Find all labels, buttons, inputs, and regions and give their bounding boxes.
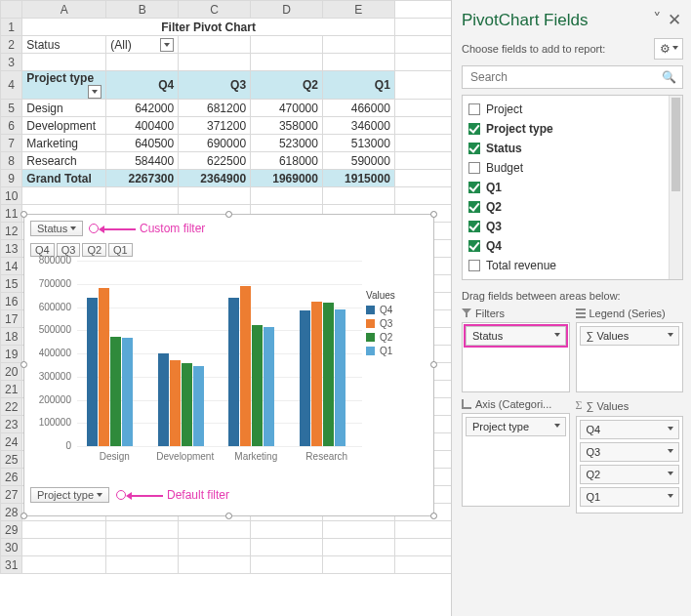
legend-area[interactable]: ∑ Values <box>576 322 684 392</box>
values-area[interactable]: Q4Q3Q2Q1 <box>576 416 684 513</box>
table-cell: 618000 <box>251 152 323 170</box>
table-cell: 513000 <box>322 135 394 152</box>
area-field-pill[interactable]: Project type <box>466 417 566 436</box>
legend-item: Q3 <box>366 318 421 329</box>
chart-projecttype-filter-button[interactable]: Project type <box>30 487 109 503</box>
field-list-item[interactable]: Budget <box>465 158 680 178</box>
checkbox[interactable] <box>468 123 480 135</box>
table-cell: 640500 <box>106 135 179 152</box>
callout-text: Custom filter <box>140 222 205 235</box>
chart-bar <box>158 353 169 446</box>
table-row-label: Development <box>22 117 106 135</box>
close-icon[interactable]: ✕ <box>666 10 683 30</box>
area-field-pill[interactable]: Status <box>466 326 566 346</box>
x-category-label: Design <box>79 451 150 462</box>
chart-bar <box>99 288 109 446</box>
checkbox[interactable] <box>468 143 480 154</box>
table-cell: 681200 <box>179 100 251 117</box>
table-cell: 371200 <box>179 117 251 135</box>
filters-area[interactable]: Status <box>462 322 570 392</box>
area-field-pill[interactable]: ∑ Values <box>580 326 680 346</box>
chart-bar <box>240 286 251 446</box>
pivot-chart[interactable]: Status Custom filter Q4Q3Q2Q1 0100000200… <box>23 214 434 516</box>
chart-bar <box>110 337 121 446</box>
col-header[interactable]: D <box>251 1 323 19</box>
col-header[interactable]: E <box>322 1 394 19</box>
x-category-label: Development <box>150 451 222 462</box>
field-list-item[interactable]: Q2 <box>465 197 680 217</box>
chart-status-filter-button[interactable]: Status <box>30 221 83 236</box>
scrollbar[interactable] <box>669 96 682 279</box>
area-field-pill[interactable]: Q1 <box>580 487 680 507</box>
table-cell: 400400 <box>106 117 179 135</box>
field-list-item[interactable]: Project type <box>465 119 680 139</box>
field-list-item[interactable]: Q4 <box>465 236 680 256</box>
callout-arrow <box>128 495 163 497</box>
table-row-label: Marketing <box>22 135 106 152</box>
chart-bar <box>252 325 263 446</box>
field-list-item[interactable]: Q1 <box>465 178 680 197</box>
pivot-header: Q1 <box>322 71 394 100</box>
table-cell: 523000 <box>251 135 323 152</box>
field-list-item[interactable]: Status <box>465 139 680 158</box>
table-cell: 470000 <box>251 100 323 117</box>
chart-bar <box>228 298 239 446</box>
legend-item: Q1 <box>366 346 421 356</box>
checkbox[interactable] <box>468 221 480 232</box>
checkbox[interactable] <box>468 162 480 174</box>
table-cell: 358000 <box>251 117 323 135</box>
checkbox[interactable] <box>468 240 480 252</box>
gear-button[interactable]: ⚙ <box>654 38 683 60</box>
pivot-title: Filter Pivot Chart <box>22 19 394 36</box>
field-list[interactable]: ProjectProject typeStatusBudgetQ1Q2Q3Q4T… <box>462 95 683 280</box>
area-field-pill[interactable]: Q2 <box>580 465 680 484</box>
field-list-item[interactable]: Q3 <box>465 217 680 236</box>
area-field-pill[interactable]: Q4 <box>580 420 680 439</box>
pane-title: PivotChart Fields <box>462 11 588 30</box>
col-header[interactable]: B <box>106 1 179 19</box>
callout-arrow <box>101 228 136 230</box>
search-icon: 🔍 <box>662 70 676 84</box>
chart-bar <box>300 310 310 446</box>
checkbox[interactable] <box>468 103 480 115</box>
legend-item: Q2 <box>366 332 421 343</box>
dropdown-icon[interactable] <box>88 85 102 99</box>
chart-bar <box>264 327 274 446</box>
chart-series-button[interactable]: Q2 <box>82 243 106 257</box>
filter-icon <box>462 308 471 319</box>
chevron-down-icon[interactable]: ˅ <box>648 10 666 30</box>
status-filter-value[interactable]: (All) <box>106 36 179 54</box>
checkbox[interactable] <box>468 182 480 193</box>
chart-bar <box>122 338 133 446</box>
col-header[interactable]: A <box>22 1 106 19</box>
field-list-item[interactable]: Total revenue <box>465 256 680 275</box>
callout-text: Default filter <box>167 488 229 502</box>
table-cell: 642000 <box>106 100 179 117</box>
axis-icon <box>462 399 471 409</box>
checkbox[interactable] <box>468 201 480 213</box>
table-row-label: Design <box>22 100 106 117</box>
area-field-pill[interactable]: Q3 <box>580 442 680 462</box>
pivot-header[interactable]: Project type <box>22 71 106 100</box>
chart-bar <box>323 303 334 446</box>
field-list-item[interactable]: Project <box>465 100 680 119</box>
checkbox[interactable] <box>468 260 480 271</box>
pivot-header: Q4 <box>106 71 179 100</box>
table-cell: 346000 <box>322 117 394 135</box>
axis-area[interactable]: Project type <box>462 413 570 507</box>
search-input[interactable] <box>468 69 662 85</box>
chart-bar <box>170 360 181 446</box>
sigma-icon: Σ <box>576 398 583 413</box>
field-search[interactable]: 🔍 <box>462 65 683 89</box>
chart-bar <box>311 302 322 446</box>
col-header[interactable]: C <box>179 1 251 19</box>
chart-series-button[interactable]: Q1 <box>108 243 133 257</box>
pivot-header: Q3 <box>179 71 251 100</box>
table-cell: 622500 <box>179 152 251 170</box>
legend-item: Q4 <box>366 305 421 315</box>
table-cell: 690000 <box>179 135 251 152</box>
grand-total-label: Grand Total <box>22 170 106 187</box>
chart-bar <box>193 366 204 446</box>
table-cell: 584400 <box>106 152 179 170</box>
dropdown-icon[interactable] <box>160 38 174 52</box>
